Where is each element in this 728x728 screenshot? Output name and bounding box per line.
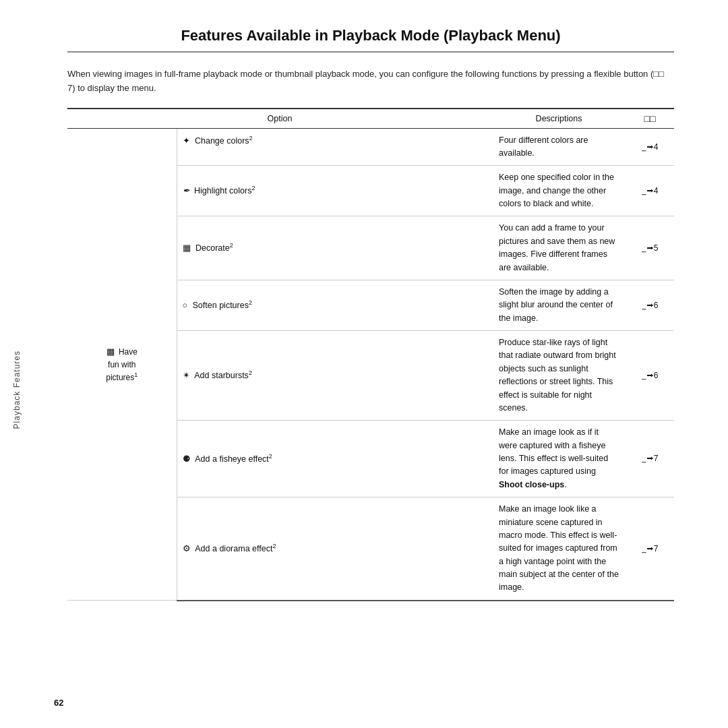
row-group-icon: ▩ bbox=[107, 346, 115, 357]
table-row: ▩ Havefun withpictures1 ✦ Change colors2… bbox=[67, 128, 674, 166]
ref-change-colors: ⎯⮕4 bbox=[626, 128, 674, 166]
desc-fisheye: Make an image look as if it were capture… bbox=[492, 421, 626, 497]
desc-soften: Soften the image by adding a slight blur… bbox=[492, 280, 626, 330]
decorate-icon: ▦ bbox=[183, 242, 191, 255]
soften-icon: ○ bbox=[183, 299, 188, 312]
page-title: Features Available in Playback Mode (Pla… bbox=[67, 27, 674, 53]
ref-decorate: ⎯⮕5 bbox=[626, 216, 674, 280]
ref-diorama: ⎯⮕7 bbox=[626, 497, 674, 601]
col-header-option: Option bbox=[67, 109, 492, 129]
option-starbursts: ✴ Add starbursts2 bbox=[177, 331, 492, 421]
option-diorama: ⚙ Add a diorama effect2 bbox=[177, 497, 492, 601]
option-highlight-colors: ✒ Highlight colors2 bbox=[177, 166, 492, 216]
option-decorate: ▦ Decorate2 bbox=[177, 216, 492, 280]
col-header-icon: □□ bbox=[626, 109, 674, 129]
option-fisheye: ⚈ Add a fisheye effect2 bbox=[177, 421, 492, 497]
ref-soften: ⎯⮕6 bbox=[626, 280, 674, 330]
starbursts-icon: ✴ bbox=[183, 369, 190, 382]
ref-starbursts: ⎯⮕6 bbox=[626, 331, 674, 421]
fisheye-icon: ⚈ bbox=[183, 453, 191, 466]
highlight-colors-icon: ✒ bbox=[183, 185, 189, 198]
option-change-colors: ✦ Change colors2 bbox=[177, 128, 492, 166]
ref-fisheye: ⎯⮕7 bbox=[626, 421, 674, 497]
desc-starbursts: Produce star-like rays of light that rad… bbox=[492, 331, 626, 421]
col-header-descriptions: Descriptions bbox=[492, 109, 626, 129]
ref-highlight-colors: ⎯⮕4 bbox=[626, 166, 674, 216]
features-table: Option Descriptions □□ ▩ Havefun withpic… bbox=[67, 108, 674, 601]
intro-text: When viewing images in full-frame playba… bbox=[67, 67, 674, 96]
change-colors-icon: ✦ bbox=[183, 135, 190, 148]
option-soften: ○ Soften pictures2 bbox=[177, 280, 492, 330]
diorama-icon: ⚙ bbox=[183, 543, 191, 555]
desc-highlight-colors: Keep one specified color in the image, a… bbox=[492, 166, 626, 216]
desc-change-colors: Four different colors are available. bbox=[492, 128, 626, 166]
desc-diorama: Make an image look like a miniature scen… bbox=[492, 497, 626, 601]
desc-decorate: You can add a frame to your pictures and… bbox=[492, 216, 626, 280]
page-number: 62 bbox=[54, 698, 63, 708]
